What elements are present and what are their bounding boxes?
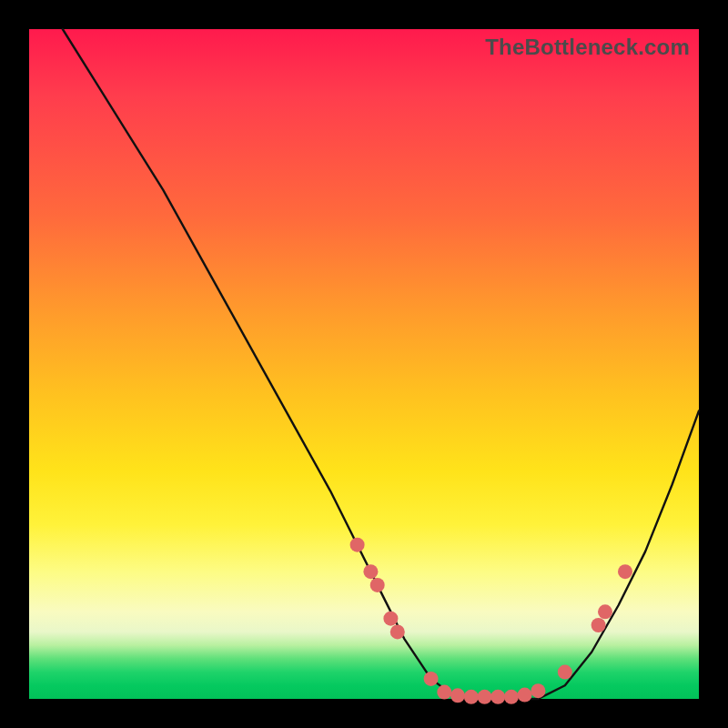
floor-dot-5 — [478, 690, 492, 704]
right-ascent-dot-4 — [618, 564, 632, 579]
chart-svg — [29, 29, 699, 699]
floor-dot-9 — [531, 683, 545, 698]
floor-dot-2 — [437, 685, 451, 700]
left-descent-dot-2 — [363, 564, 378, 579]
right-ascent-dot-2 — [592, 618, 606, 632]
left-descent-dot-4 — [383, 612, 398, 626]
bottleneck-curve — [63, 29, 699, 699]
floor-dot-1 — [424, 672, 439, 686]
plot-area: TheBottleneck.com — [29, 29, 699, 699]
left-descent-dot-3 — [370, 578, 385, 592]
floor-dot-7 — [504, 690, 519, 704]
floor-dot-3 — [450, 688, 465, 703]
right-ascent-dot-3 — [598, 604, 612, 619]
left-descent-dot-1 — [350, 538, 365, 552]
floor-dot-6 — [490, 690, 505, 704]
left-descent-dot-5 — [390, 624, 405, 639]
floor-dot-4 — [464, 690, 479, 704]
right-ascent-dot-1 — [558, 665, 572, 680]
chart-frame: TheBottleneck.com — [0, 0, 728, 728]
marker-dots — [350, 538, 632, 704]
floor-dot-8 — [518, 688, 532, 703]
